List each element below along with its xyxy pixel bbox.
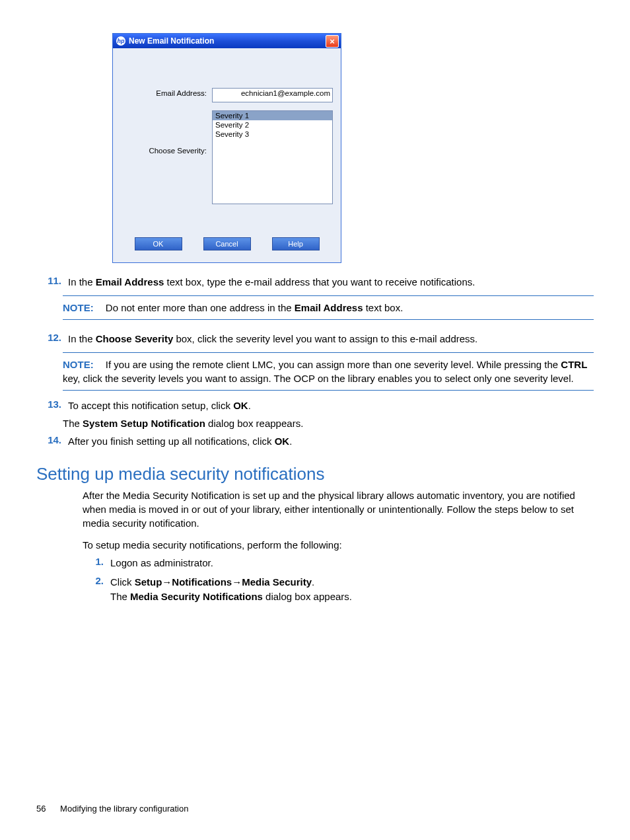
chapter-title: Modifying the library configuration bbox=[60, 804, 188, 814]
new-email-notification-dialog: hp New Email Notification × Email Addres… bbox=[112, 33, 341, 263]
step-11: 11. In the Email Address text box, type … bbox=[36, 275, 594, 289]
step-text: Click Setup→Notifications→Media Security… bbox=[110, 575, 594, 605]
step-number: 1. bbox=[83, 556, 110, 571]
dialog-titlebar: hp New Email Notification × bbox=[113, 34, 341, 48]
step-number: 12. bbox=[36, 332, 68, 346]
cancel-button[interactable]: Cancel bbox=[203, 237, 251, 250]
section-heading: Setting up media security notifications bbox=[36, 464, 594, 484]
note-label: NOTE: bbox=[63, 302, 94, 313]
close-icon[interactable]: × bbox=[326, 35, 339, 48]
step-number: 13. bbox=[36, 399, 68, 412]
step-number: 2. bbox=[83, 575, 110, 605]
page-footer: 56 Modifying the library configuration bbox=[36, 804, 188, 814]
email-address-label: Email Address: bbox=[121, 88, 212, 97]
severity-option-3[interactable]: Severity 3 bbox=[213, 130, 332, 139]
step-text: To accept this notification setup, click… bbox=[68, 399, 594, 412]
email-address-input[interactable]: echnician1@example.com bbox=[212, 88, 333, 102]
ordered-step-1: 1. Logon as administrator. bbox=[36, 556, 594, 571]
hp-logo-icon: hp bbox=[116, 36, 125, 46]
section-para-2: To setup media security notifications, p… bbox=[83, 538, 594, 552]
step-text: In the Choose Severity box, click the se… bbox=[68, 332, 594, 346]
severity-option-2[interactable]: Severity 2 bbox=[213, 120, 332, 130]
ok-button[interactable]: OK bbox=[135, 237, 182, 250]
note-11: NOTE: Do not enter more than one address… bbox=[63, 295, 594, 320]
step-12: 12. In the Choose Severity box, click th… bbox=[36, 332, 594, 346]
note-12: NOTE: If you are using the remote client… bbox=[63, 352, 594, 391]
step-text: In the Email Address text box, type the … bbox=[68, 275, 594, 289]
step-number: 14. bbox=[36, 434, 68, 448]
section-para-1: After the Media Security Notification is… bbox=[83, 488, 594, 530]
step-13-sub: The System Setup Notification dialog box… bbox=[63, 416, 594, 430]
dialog-button-row: OK Cancel Help bbox=[113, 225, 341, 262]
page-number: 56 bbox=[36, 804, 46, 814]
note-label: NOTE: bbox=[63, 359, 94, 370]
step-text: Logon as administrator. bbox=[110, 556, 594, 571]
severity-listbox[interactable]: Severity 1 Severity 2 Severity 3 bbox=[212, 110, 333, 204]
dialog-title: New Email Notification bbox=[129, 36, 214, 46]
dialog-body: Email Address: echnician1@example.com Ch… bbox=[113, 48, 341, 225]
help-button[interactable]: Help bbox=[272, 237, 320, 250]
severity-option-1[interactable]: Severity 1 bbox=[213, 111, 332, 120]
step-text: After you finish setting up all notifica… bbox=[68, 434, 594, 448]
step-number: 11. bbox=[36, 275, 68, 289]
choose-severity-label: Choose Severity: bbox=[121, 110, 212, 155]
ordered-step-2: 2. Click Setup→Notifications→Media Secur… bbox=[36, 575, 594, 605]
step-13: 13. To accept this notification setup, c… bbox=[36, 399, 594, 412]
step-14: 14. After you finish setting up all noti… bbox=[36, 434, 594, 448]
